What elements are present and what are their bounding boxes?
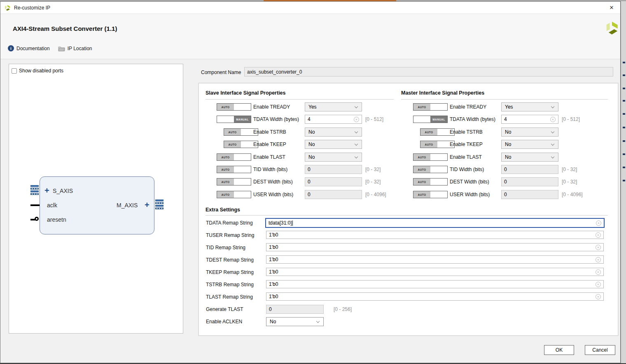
property-input: 0 xyxy=(305,177,362,186)
background-dash xyxy=(623,74,625,76)
mode-left-half: AUTO xyxy=(413,104,430,110)
property-select[interactable]: No xyxy=(305,128,362,137)
auto-toggle[interactable]: AUTO xyxy=(413,191,448,198)
property-input[interactable]: 4✕ xyxy=(305,115,362,124)
select-value: No xyxy=(308,129,315,135)
property-input[interactable]: 1'b0✕ xyxy=(266,255,604,264)
auto-toggle[interactable]: AUTO xyxy=(413,166,448,173)
mode-right-half xyxy=(430,191,447,198)
property-select[interactable]: No xyxy=(501,128,558,137)
select-value: Yes xyxy=(505,104,513,110)
component-name-field[interactable]: axis_subset_converter_0 xyxy=(244,67,613,77)
mode-right-half xyxy=(234,154,251,160)
property-select[interactable]: No xyxy=(305,153,362,162)
clear-icon[interactable]: ✕ xyxy=(596,294,601,299)
background-dash xyxy=(623,180,625,181)
show-disabled-ports-checkbox[interactable]: Show disabled ports xyxy=(12,68,63,74)
property-label: Enable TLAST xyxy=(253,153,285,162)
auto-toggle[interactable]: AUTO xyxy=(217,153,251,161)
manual-toggle[interactable]: MANUAL xyxy=(413,116,448,123)
select-value: No xyxy=(308,154,315,160)
header-links: i Documentation IP Location xyxy=(5,45,97,51)
property-label: TDATA Width (bytes) xyxy=(253,115,299,124)
dialog-title: Re-customize IP xyxy=(14,5,50,11)
clear-icon[interactable]: ✕ xyxy=(596,269,601,275)
select-value: No xyxy=(270,319,276,325)
auto-toggle[interactable]: AUTO xyxy=(413,103,448,111)
auto-toggle[interactable]: AUTO xyxy=(217,178,251,185)
property-input[interactable]: 1'b0✕ xyxy=(266,292,604,301)
input-value: 0 xyxy=(269,306,272,312)
property-label: Enable TREADY xyxy=(253,102,290,111)
ip-block-symbol: + S_AXIS aclk aresetn M_AXIS + xyxy=(40,176,154,234)
property-select[interactable]: No xyxy=(266,317,324,326)
clear-icon[interactable]: ✕ xyxy=(596,232,601,238)
mode-left-half: AUTO xyxy=(420,141,437,148)
property-input[interactable]: 4✕ xyxy=(501,115,558,124)
property-input: 0 xyxy=(305,190,362,199)
property-select[interactable]: No xyxy=(501,140,558,149)
property-input[interactable]: tdata[31:0]✕ xyxy=(265,218,605,228)
m-axis-expand-icon[interactable]: + xyxy=(145,202,149,208)
extra-row-label: TSTRB Remap String xyxy=(206,280,254,289)
clear-icon[interactable]: ✕ xyxy=(596,257,601,262)
auto-toggle[interactable]: AUTO xyxy=(217,103,251,111)
cancel-button[interactable]: Cancel xyxy=(585,345,615,355)
background-dash xyxy=(623,153,625,155)
property-input[interactable]: 1'b0✕ xyxy=(266,268,604,276)
auto-toggle[interactable]: AUTO xyxy=(413,153,448,161)
input-value: 1'b0 xyxy=(269,232,278,238)
clear-icon[interactable]: ✕ xyxy=(354,117,359,122)
property-label: DEST Width (bits) xyxy=(253,177,293,186)
ok-button[interactable]: OK xyxy=(544,345,574,355)
extra-section-rule xyxy=(206,215,608,216)
extra-row-label: TKEEP Remap String xyxy=(206,268,254,277)
property-input[interactable]: 1'b0✕ xyxy=(266,231,604,239)
s-axis-expand-icon[interactable]: + xyxy=(44,187,49,194)
extra-row-label: TUSER Remap String xyxy=(206,231,254,240)
chevron-down-icon xyxy=(355,142,358,146)
property-label: DEST Width (bits) xyxy=(450,177,489,186)
input-value: 4 xyxy=(308,116,311,122)
close-icon[interactable]: ✕ xyxy=(608,5,615,11)
manual-toggle[interactable]: MANUAL xyxy=(217,116,251,123)
property-select[interactable]: No xyxy=(305,140,362,149)
select-value: No xyxy=(505,154,511,160)
mode-left-half: AUTO xyxy=(217,154,234,160)
property-select[interactable]: Yes xyxy=(305,102,362,111)
input-value: 4 xyxy=(504,116,507,122)
property-select[interactable]: No xyxy=(501,153,558,162)
auto-toggle[interactable]: AUTO xyxy=(217,191,251,198)
checkbox-box[interactable] xyxy=(12,68,17,74)
background-dash xyxy=(623,62,625,63)
property-select[interactable]: Yes xyxy=(501,102,558,111)
documentation-button[interactable]: i Documentation xyxy=(8,45,50,51)
ip-symbol-panel: Show disabled ports + S_AXIS xyxy=(9,64,183,334)
property-input[interactable]: 1'b0✕ xyxy=(266,280,604,288)
input-value: 1'b0 xyxy=(269,281,278,287)
s-axis-port-label: S_AXIS xyxy=(53,188,73,194)
auto-toggle[interactable]: AUTO xyxy=(217,166,251,173)
mode-right-half xyxy=(430,154,447,160)
clear-icon[interactable]: ✕ xyxy=(596,220,601,226)
clear-icon[interactable]: ✕ xyxy=(596,245,601,250)
extra-row-label: TID Remap String xyxy=(206,243,245,252)
chevron-down-icon xyxy=(551,105,554,108)
range-hint: [0 - 512] xyxy=(562,115,580,124)
clear-icon[interactable]: ✕ xyxy=(550,117,556,122)
mode-right-half xyxy=(234,191,251,198)
background-dash xyxy=(623,140,625,142)
extra-section-title: Extra Settings xyxy=(206,207,240,213)
ip-location-button[interactable]: IP Location xyxy=(58,46,92,51)
clear-icon[interactable]: ✕ xyxy=(596,282,601,287)
range-hint: [0 - 32] xyxy=(562,177,577,186)
property-input[interactable]: 1'b0✕ xyxy=(266,243,604,251)
property-label: TID Width (bits) xyxy=(253,165,287,174)
property-input: 0 xyxy=(305,165,362,174)
auto-toggle[interactable]: AUTO xyxy=(413,178,448,185)
mode-left-half: AUTO xyxy=(217,104,234,110)
mode-left-half: AUTO xyxy=(217,191,234,198)
mode-left-half: AUTO xyxy=(224,129,241,135)
property-label: TDATA Width (bytes) xyxy=(450,115,495,124)
m-axis-port-label: M_AXIS xyxy=(117,202,138,209)
